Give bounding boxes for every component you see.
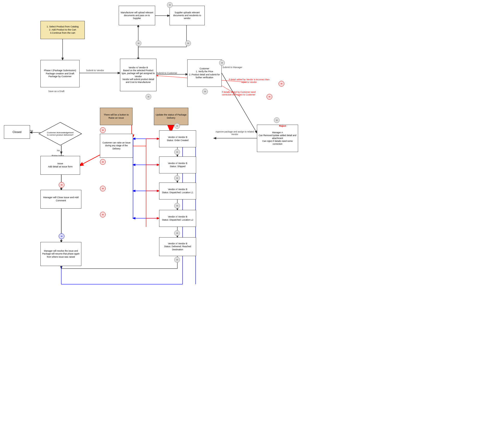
manager-resolve-icon: ✉ (59, 233, 64, 239)
no-label: No (57, 149, 60, 152)
raise-issue-btn-text: There will be a button to Raise an issue (101, 113, 131, 119)
customer-raise-icon4: ✉ (100, 212, 106, 217)
customer-verify-box: Customer1. Verify the Price2. Product de… (187, 59, 222, 87)
diagram-canvas: 1. Select Product from Catalog 2. Add Pr… (0, 0, 494, 448)
manager-resolve-box: Manager will resolve the issue and Packa… (40, 242, 81, 266)
vendor-dispatched-l1-box: Vendor A/ Vendor BStatus: Dispatched: Lo… (159, 183, 196, 199)
vendor-shipped-text: Vendor A/ Vendor BStatus: Shipped (168, 162, 187, 168)
vendor-ab-box: Vendor A/ Vendor BBased on the selected … (120, 59, 156, 91)
issue-form-icon: ✉ (59, 182, 64, 188)
submit-to-vendor-label: Submit to Vendor (86, 69, 104, 72)
supplier-box: Supplier uploads relevant documents and … (170, 6, 205, 25)
delivered-bottom-icon: ✉ (174, 257, 180, 263)
shipped-icon: ✉ (174, 149, 180, 155)
vendor-dispatched-l1-text: Vendor A/ Vendor BStatus: Dispatched: Lo… (162, 188, 193, 194)
customer-verify-text: Customer1. Verify the Price2. Product de… (189, 67, 220, 79)
update-status-box: Update the status of Package Delivery (154, 108, 188, 125)
manager-a-text: Manager ACan Remove/Update added detail … (258, 131, 297, 146)
issue-form-box: IssueAdd detail at Issue form (40, 156, 80, 175)
start-note-box: 1. Select Product from Catalog 2. Add Pr… (40, 21, 85, 39)
supplier-icon-bottom: ✉ (185, 40, 191, 46)
approve-label: Approve package and assign to related Ve… (214, 130, 256, 136)
reject-label: Reject (279, 125, 286, 127)
vendor-order-created-box: Vendor A/ Vendor BStatus: Order Created (159, 130, 196, 147)
vendor-incorrect-icon: ✉ (279, 81, 284, 87)
submit-to-manager-label: Submit to Manager (222, 66, 242, 69)
manager-resolve-text: Manager will resolve the issue and Packa… (42, 250, 80, 258)
vendor-dispatched-l2-box: Vendor A/ Vendor BStatus: Dispatched: Lo… (159, 210, 196, 227)
vendor-incorrect-label: If detail added by Vendor is incorrect t… (228, 78, 270, 83)
vendor-ab-text: Vendor A/ Vendor BBased on the selected … (121, 66, 155, 83)
customer-ack-text: Customer AcknowledgementIs correct produ… (38, 122, 82, 146)
customer-raise-box: Customer can raise an issue during any s… (100, 134, 133, 158)
submit-to-customer-label: Submit to Customer (156, 72, 177, 74)
phase1-box: Phase I (Package Submission)Package crea… (40, 60, 80, 87)
vendor-delivered-box: Vendor A/ Vendor BStatus: Delivered: Rea… (159, 237, 196, 256)
vendor-ab-icon: ✉ (146, 94, 151, 100)
start-note-text: 1. Select Product from Catalog 2. Add Pr… (47, 25, 79, 34)
supplier-icon-top: ✉ (167, 2, 173, 8)
save-draft-label: Save as a Draft (48, 90, 64, 93)
customer-ack-container: Customer AcknowledgementIs correct produ… (38, 122, 82, 146)
manufacturer-box: Manufacturer will upload relevant docume… (119, 6, 155, 25)
customer-verify-icon-top: ✉ (219, 60, 225, 66)
manager-close-box: Manager will Close Issue and Add Comment (40, 190, 81, 209)
update-status-text: Update the status of Package Delivery (155, 113, 187, 119)
customer-raise-icon2: ✉ (100, 159, 106, 165)
delivered-icon: ✉ (174, 230, 180, 236)
phase1-text: Phase I (Package Submission)Package crea… (42, 69, 78, 78)
customer-raise-icon3: ✉ (100, 186, 106, 191)
manager-close-text: Manager will Close Issue and Add Comment (42, 196, 80, 202)
issue-form-text: IssueAdd detail at Issue form (48, 162, 73, 168)
order-created-icon: ✉ (174, 123, 180, 129)
closed-text: Closed (13, 130, 21, 134)
dispatched-l1-icon: ✉ (174, 175, 180, 181)
manufacturer-text: Manufacturer will upload relevant docume… (120, 11, 154, 20)
customer-raise-icon1: ✉ (100, 127, 106, 133)
vendor-shipped-box: Vendor A/ Vendor BStatus: Shipped (159, 156, 196, 173)
closed-box: Closed (4, 125, 30, 139)
manager-a-icon-top: ✉ (274, 117, 280, 123)
customer-verify-icon-bottom: ✉ (202, 89, 208, 94)
customer-correction-label: If details added by Customer need correc… (218, 91, 260, 96)
manager-a-box: Manager ACan Remove/Update added detail … (257, 125, 298, 152)
customer-correction-icon: ✉ (267, 94, 272, 100)
customer-raise-text: Customer can raise an issue during any s… (101, 141, 132, 150)
vendor-order-created-text: Vendor A/ Vendor BStatus: Order Created (167, 136, 188, 142)
manufacturer-icon: ✉ (136, 40, 141, 46)
vendor-dispatched-l2-text: Vendor A/ Vendor BStatus: Dispatched: Lo… (162, 215, 193, 221)
dispatched-l2-icon: ✉ (174, 203, 180, 209)
raise-issue-btn-box: There will be a button to Raise an issue (100, 108, 132, 125)
supplier-text: Supplier uploads relevant documents and … (171, 11, 203, 20)
vendor-delivered-text: Vendor A/ Vendor BStatus: Delivered: Rea… (160, 242, 195, 251)
